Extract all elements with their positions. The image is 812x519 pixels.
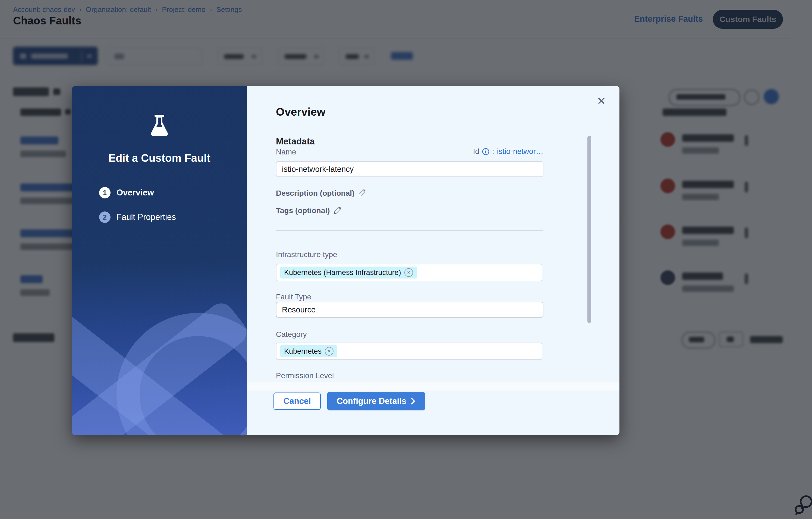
cancel-button[interactable]: Cancel: [273, 393, 321, 410]
category-chip: Kubernetes ✕: [280, 345, 337, 357]
flask-icon: [150, 114, 169, 139]
edit-custom-fault-modal: Edit a Custom Fault 1 Overview 2 Fault P…: [72, 86, 619, 435]
modal-scrollbar[interactable]: [587, 136, 591, 323]
step-label: Overview: [116, 188, 154, 197]
x-circle-icon[interactable]: ✕: [325, 347, 334, 356]
tags-label: Tags (optional): [276, 206, 341, 216]
fault-type-label: Fault Type: [276, 293, 311, 301]
wizard-step-overview[interactable]: 1 Overview: [99, 187, 154, 199]
step-label: Fault Properties: [116, 212, 176, 222]
step-number-badge: 1: [99, 187, 111, 199]
modal-title: Overview: [276, 105, 325, 118]
infrastructure-type-label: Infrastructure type: [276, 250, 337, 259]
fault-type-input[interactable]: [276, 302, 544, 317]
edit-icon[interactable]: [334, 207, 341, 216]
close-icon[interactable]: ✕: [595, 95, 608, 107]
infrastructure-chip: Kubernetes (Harness Infrastructure) ✕: [280, 267, 417, 278]
description-label: Description (optional): [276, 189, 366, 199]
modal-content: ✕ Overview Metadata Name Id : istio-n: [247, 86, 619, 435]
section-divider: [276, 230, 544, 231]
wizard-title: Edit a Custom Fault: [72, 152, 247, 164]
form-scroll-area[interactable]: Metadata Name Id : istio-networ…: [247, 131, 619, 381]
edit-icon[interactable]: [358, 189, 366, 199]
info-icon[interactable]: [482, 148, 489, 155]
wizard-step-fault-properties[interactable]: 2 Fault Properties: [99, 211, 176, 223]
x-circle-icon[interactable]: ✕: [404, 268, 413, 277]
fault-id-row: Id : istio-networ…: [276, 147, 544, 156]
logo-watermark: [116, 313, 247, 435]
category-label: Category: [276, 330, 307, 339]
id-separator: :: [492, 147, 494, 156]
fault-id-link[interactable]: istio-networ…: [497, 147, 544, 156]
wizard-panel: Edit a Custom Fault 1 Overview 2 Fault P…: [72, 86, 247, 435]
step-number-badge: 2: [99, 211, 111, 223]
name-input[interactable]: [276, 161, 544, 177]
metadata-heading: Metadata: [276, 136, 315, 147]
id-label: Id: [473, 147, 479, 156]
screen: Account: chaos-dev › Organization: defau…: [0, 0, 812, 519]
footer-band: [247, 382, 619, 391]
category-input[interactable]: Kubernetes ✕: [276, 342, 542, 360]
configure-details-button[interactable]: Configure Details: [327, 392, 425, 410]
permission-level-label: Permission Level: [276, 371, 334, 380]
infrastructure-type-input[interactable]: Kubernetes (Harness Infrastructure) ✕: [276, 264, 542, 281]
page-scrollbar-track[interactable]: [791, 0, 791, 519]
chevron-right-icon: [411, 398, 415, 405]
